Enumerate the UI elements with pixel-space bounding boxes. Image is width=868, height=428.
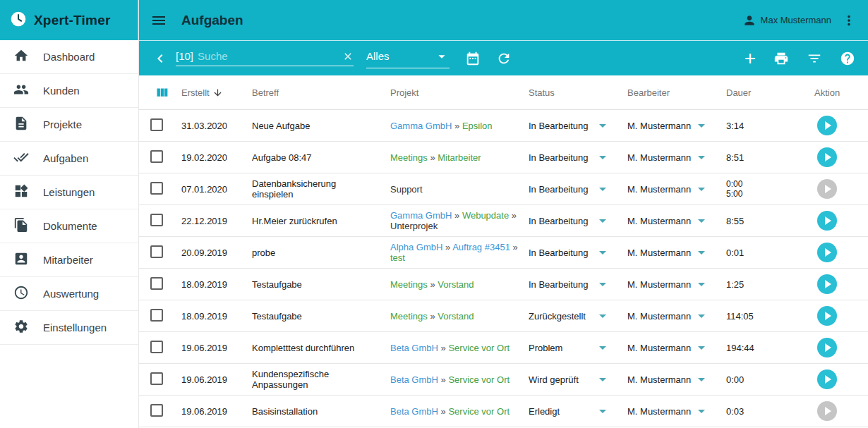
chevron-down-icon[interactable] [698, 283, 705, 286]
play-button[interactable] [817, 243, 837, 262]
status-dropdown[interactable]: Erledigt [526, 406, 625, 417]
play-button[interactable] [817, 147, 837, 167]
play-button[interactable] [817, 369, 837, 389]
sort-desc-icon[interactable] [212, 87, 223, 98]
project-link[interactable]: Mitarbeiter [438, 152, 481, 163]
editor-dropdown[interactable]: M. Mustermann [625, 216, 723, 226]
chevron-down-icon[interactable] [698, 251, 705, 255]
row-checkbox[interactable] [150, 341, 163, 353]
project-link[interactable]: Beta GmbH [390, 406, 438, 417]
sidebar-item-auswertung[interactable]: Auswertung [0, 277, 138, 311]
project-link[interactable]: Service vor Ort [448, 374, 510, 385]
chevron-down-icon[interactable] [698, 314, 705, 318]
row-checkbox[interactable] [150, 309, 163, 322]
status-dropdown[interactable]: In Bearbeitung [526, 184, 625, 195]
status-dropdown[interactable]: Problem [526, 343, 625, 353]
row-checkbox[interactable] [150, 404, 163, 417]
add-icon[interactable]: + [745, 51, 756, 66]
status-dropdown[interactable]: Zurückgestellt [526, 311, 625, 322]
project-link[interactable]: Epsilon [462, 121, 493, 131]
chevron-down-icon[interactable] [698, 378, 705, 381]
project-link[interactable]: test [390, 252, 405, 263]
editor-dropdown[interactable]: M. Mustermann [625, 121, 723, 131]
header-bearbeiter[interactable]: Bearbeiter [625, 87, 723, 98]
chevron-down-icon[interactable] [698, 188, 705, 191]
editor-dropdown[interactable]: M. Mustermann [625, 311, 723, 322]
status-dropdown[interactable]: In Bearbeitung [526, 216, 625, 226]
column-chooser-icon[interactable] [150, 85, 173, 100]
calendar-icon[interactable] [465, 51, 481, 66]
play-button[interactable] [817, 306, 837, 326]
row-checkbox[interactable] [150, 150, 163, 163]
chevron-down-icon[interactable] [599, 410, 606, 413]
status-dropdown[interactable]: Wird geprüft [526, 374, 625, 385]
project-link[interactable]: Auftrag #3451 [452, 242, 510, 252]
project-link[interactable]: Meetings [390, 279, 428, 290]
print-icon[interactable] [773, 51, 789, 66]
editor-dropdown[interactable]: M. Mustermann [625, 184, 723, 195]
refresh-icon[interactable] [496, 51, 512, 66]
play-button[interactable] [817, 401, 837, 421]
menu-icon[interactable] [150, 12, 167, 29]
sidebar-item-dashboard[interactable]: Dashboard [0, 40, 138, 74]
more-vert-icon[interactable] [841, 13, 857, 28]
project-link[interactable]: Service vor Ort [448, 343, 510, 353]
chevron-down-icon[interactable] [599, 346, 606, 350]
project-link[interactable]: Vorstand [438, 279, 474, 290]
project-link[interactable]: Support [390, 184, 423, 195]
sidebar-item-leistungen[interactable]: Leistungen [0, 176, 138, 209]
header-status[interactable]: Status [526, 87, 625, 98]
header-dauer[interactable]: Dauer [723, 87, 812, 98]
play-button[interactable] [817, 211, 837, 231]
row-checkbox[interactable] [150, 214, 163, 226]
play-button[interactable] [817, 338, 837, 357]
project-link[interactable]: Vorstand [438, 311, 474, 322]
chevron-down-icon[interactable] [698, 346, 705, 350]
project-link[interactable]: Gamma GmbH [390, 210, 452, 221]
status-dropdown[interactable]: In Bearbeitung [526, 279, 625, 290]
chevron-down-icon[interactable] [599, 283, 606, 286]
row-checkbox[interactable] [150, 245, 163, 258]
chevron-down-icon[interactable] [599, 156, 606, 159]
editor-dropdown[interactable]: M. Mustermann [625, 247, 723, 258]
chevron-down-icon[interactable] [698, 156, 705, 159]
header-erstellt[interactable]: Erstellt [179, 87, 249, 98]
chevron-down-icon[interactable] [698, 124, 705, 128]
project-link[interactable]: Meetings [390, 152, 428, 163]
editor-dropdown[interactable]: M. Mustermann [625, 279, 723, 290]
help-icon[interactable] [840, 51, 855, 66]
clear-search-icon[interactable] [342, 51, 354, 62]
status-dropdown[interactable]: In Bearbeitung [526, 121, 625, 131]
project-link[interactable]: Beta GmbH [390, 343, 438, 353]
chevron-down-icon[interactable] [698, 219, 705, 223]
chevron-down-icon[interactable] [698, 410, 705, 413]
user-name[interactable]: Max Mustermann [761, 15, 831, 25]
sidebar-item-projekte[interactable]: Projekte [0, 108, 138, 142]
filter-select[interactable]: Alles [366, 49, 450, 68]
sidebar-item-kunden[interactable]: Kunden [0, 74, 138, 108]
header-projekt[interactable]: Projekt [387, 87, 526, 98]
chevron-down-icon[interactable] [599, 251, 606, 255]
chevron-down-icon[interactable] [599, 378, 606, 381]
project-link[interactable]: Meetings [390, 311, 428, 322]
editor-dropdown[interactable]: M. Mustermann [625, 343, 723, 353]
project-link[interactable]: Gamma GmbH [390, 121, 452, 131]
play-button[interactable] [817, 179, 837, 199]
sidebar-item-dokumente[interactable]: Dokumente [0, 209, 138, 243]
chevron-left-icon[interactable] [152, 50, 169, 67]
project-link[interactable]: Alpha GmbH [390, 242, 442, 252]
search-input[interactable] [198, 50, 342, 62]
project-link[interactable]: Unterprojek [390, 221, 438, 231]
play-button[interactable] [817, 274, 837, 294]
chevron-down-icon[interactable] [599, 124, 606, 128]
sidebar-item-aufgaben[interactable]: Aufgaben [0, 142, 138, 176]
row-checkbox[interactable] [150, 118, 163, 131]
play-button[interactable] [817, 116, 837, 135]
row-checkbox[interactable] [150, 277, 163, 290]
status-dropdown[interactable]: In Bearbeitung [526, 152, 625, 163]
chevron-down-icon[interactable] [599, 188, 606, 191]
editor-dropdown[interactable]: M. Mustermann [625, 406, 723, 417]
sidebar-item-einstellungen[interactable]: Einstellungen [0, 311, 138, 345]
editor-dropdown[interactable]: M. Mustermann [625, 152, 723, 163]
chevron-down-icon[interactable] [599, 314, 606, 318]
